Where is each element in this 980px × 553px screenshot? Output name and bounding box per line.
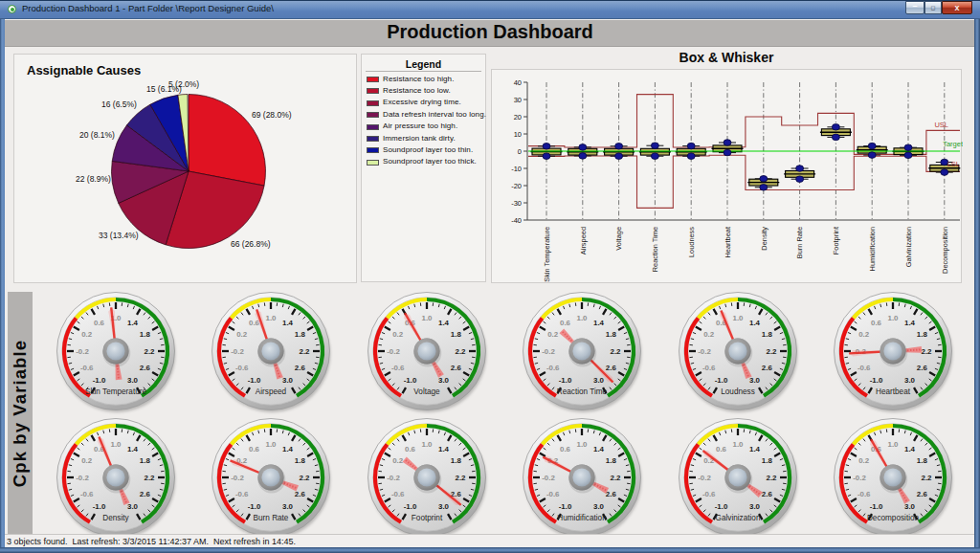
svg-text:-0.6: -0.6 [702,364,715,372]
svg-text:2.2: 2.2 [766,347,777,356]
svg-text:-0.6: -0.6 [546,364,560,372]
svg-text:0.6: 0.6 [871,319,882,327]
svg-text:USL: USL [934,121,948,129]
svg-text:1.4: 1.4 [749,319,761,327]
svg-text:1.0: 1.0 [577,440,589,449]
svg-text:1.0: 1.0 [266,314,278,322]
svg-text:1.0: 1.0 [111,440,122,449]
svg-text:3.0: 3.0 [749,376,761,385]
svg-text:1.8: 1.8 [451,330,462,339]
svg-text:Loudness: Loudness [721,387,755,396]
svg-text:30: 30 [514,96,522,104]
svg-text:LSL: LSL [947,160,960,168]
svg-text:1.0: 1.0 [888,440,900,449]
svg-text:-0.2: -0.2 [542,347,555,356]
svg-text:-0.2: -0.2 [698,347,711,356]
svg-text:0.2: 0.2 [81,330,93,339]
svg-text:Airspeed: Airspeed [579,227,588,254]
svg-text:0.2: 0.2 [237,330,249,339]
svg-text:Skin Temperature: Skin Temperature [543,227,551,282]
svg-text:-0.2: -0.2 [232,474,245,482]
svg-text:1.8: 1.8 [451,456,462,465]
svg-text:Footprint: Footprint [412,514,443,522]
svg-text:0.2: 0.2 [392,456,404,465]
svg-text:Reaction Time: Reaction Time [557,387,608,396]
svg-text:2.2: 2.2 [145,347,156,356]
svg-text:20 (8.1%): 20 (8.1%) [79,130,115,140]
svg-text:1.8: 1.8 [761,456,772,465]
svg-text:Skin Temperature: Skin Temperature [85,387,146,396]
svg-text:1.0: 1.0 [732,440,744,449]
svg-text:0.6: 0.6 [560,445,571,453]
svg-text:2.2: 2.2 [766,474,777,482]
svg-text:Heartbeat: Heartbeat [724,227,732,257]
svg-text:1.8: 1.8 [606,330,617,339]
svg-text:1.4: 1.4 [127,445,139,453]
svg-text:0.6: 0.6 [560,319,571,327]
svg-text:Density: Density [102,514,129,522]
svg-text:0.2: 0.2 [858,330,870,339]
svg-text:20: 20 [514,113,522,122]
svg-text:Target: Target [943,140,963,148]
svg-text:-0.6: -0.6 [80,490,94,498]
svg-text:-0.2: -0.2 [387,474,400,482]
svg-text:-0.2: -0.2 [76,474,89,482]
svg-text:-1.0: -1.0 [248,376,261,385]
svg-text:2.6: 2.6 [295,490,306,498]
svg-text:5 (2.0%): 5 (2.0%) [168,79,199,89]
svg-text:-0.2: -0.2 [232,347,245,356]
svg-text:Voltage: Voltage [413,387,440,396]
svg-text:0.2: 0.2 [547,330,559,339]
svg-text:1.8: 1.8 [606,456,617,465]
svg-text:-1.0: -1.0 [714,502,727,511]
svg-text:2.6: 2.6 [606,364,617,372]
svg-text:2.6: 2.6 [761,490,772,498]
svg-text:Burn Rate: Burn Rate [795,227,804,258]
svg-text:0.2: 0.2 [81,456,93,465]
svg-text:3.0: 3.0 [904,376,916,385]
svg-text:3.0: 3.0 [438,376,450,385]
svg-text:1.8: 1.8 [917,330,928,339]
svg-text:-0.6: -0.6 [546,490,560,498]
svg-text:1.4: 1.4 [127,319,139,327]
svg-text:1.0: 1.0 [421,440,433,449]
svg-text:-1.0: -1.0 [93,376,106,385]
svg-text:Burn Rate: Burn Rate [254,514,289,522]
svg-text:Galvinization: Galvinization [904,227,913,267]
svg-text:-1.0: -1.0 [559,376,572,385]
svg-text:-30: -30 [511,199,522,208]
svg-text:-1.0: -1.0 [248,502,261,511]
svg-text:1.8: 1.8 [295,456,306,465]
svg-text:Density: Density [760,227,768,251]
svg-text:3.0: 3.0 [127,502,139,511]
svg-text:2.2: 2.2 [455,474,466,482]
svg-text:2.2: 2.2 [922,474,933,482]
svg-text:2.2: 2.2 [611,474,622,482]
svg-text:1.4: 1.4 [438,445,450,453]
svg-text:-0.6: -0.6 [858,364,871,372]
svg-text:1.0: 1.0 [266,440,278,449]
svg-text:3.0: 3.0 [904,502,916,511]
svg-text:0.6: 0.6 [405,445,416,453]
svg-text:-1.0: -1.0 [559,502,572,511]
svg-text:1.0: 1.0 [732,314,744,322]
svg-text:1.4: 1.4 [593,445,605,453]
svg-text:1.8: 1.8 [140,456,151,465]
svg-text:16 (6.5%): 16 (6.5%) [101,100,137,109]
svg-text:-0.2: -0.2 [76,347,89,356]
svg-text:2.6: 2.6 [917,490,928,498]
svg-text:Humidification: Humidification [868,227,877,271]
svg-text:-1.0: -1.0 [93,502,106,511]
svg-text:2.6: 2.6 [606,490,617,498]
svg-text:Heartbeat: Heartbeat [876,387,911,396]
svg-text:0.2: 0.2 [703,330,715,339]
svg-text:Decomposition: Decomposition [867,514,920,522]
svg-text:Decomposition: Decomposition [941,227,949,274]
svg-text:0.6: 0.6 [716,445,727,453]
svg-text:-0.6: -0.6 [235,364,249,372]
svg-text:-0.2: -0.2 [698,474,711,482]
svg-text:3.0: 3.0 [749,502,761,511]
svg-text:1.4: 1.4 [282,319,294,327]
svg-text:1.4: 1.4 [904,319,916,327]
svg-text:2.2: 2.2 [611,347,622,356]
